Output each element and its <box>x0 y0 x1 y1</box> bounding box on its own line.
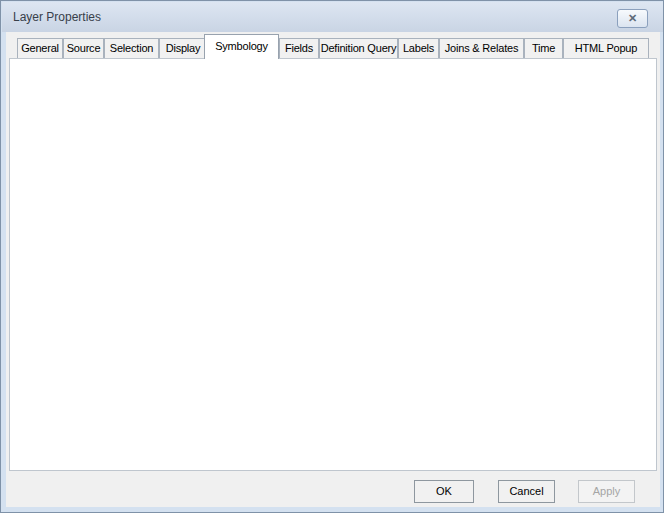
tab-definition-query[interactable]: Definition Query <box>319 38 398 58</box>
tab-time[interactable]: Time <box>524 38 563 58</box>
tab-source[interactable]: Source <box>63 38 104 58</box>
tab-symbology[interactable]: Symbology <box>204 34 279 59</box>
title-bar: Layer Properties ✕ <box>2 2 663 32</box>
layer-properties-dialog: Layer Properties ✕ General Source Select… <box>0 0 664 513</box>
window-title: Layer Properties <box>13 10 101 24</box>
apply-button[interactable]: Apply <box>578 480 635 503</box>
cancel-button[interactable]: Cancel <box>498 480 555 503</box>
tab-joins-relates[interactable]: Joins & Relates <box>439 38 524 58</box>
tab-display[interactable]: Display <box>159 38 207 58</box>
tab-labels[interactable]: Labels <box>398 38 439 58</box>
close-button[interactable]: ✕ <box>617 9 648 28</box>
tab-html-popup[interactable]: HTML Popup <box>563 38 649 58</box>
tab-selection[interactable]: Selection <box>104 38 159 58</box>
tab-general[interactable]: General <box>17 38 63 58</box>
close-icon: ✕ <box>628 12 637 24</box>
symbology-page <box>9 58 657 471</box>
ok-button[interactable]: OK <box>414 480 474 503</box>
tab-fields[interactable]: Fields <box>279 38 319 58</box>
